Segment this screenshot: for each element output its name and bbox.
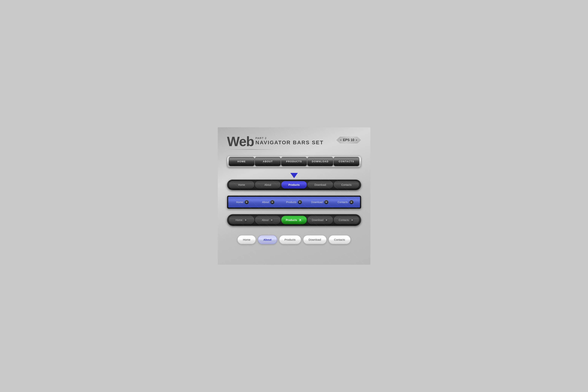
nav3-home-label: Home <box>236 201 243 204</box>
web-title: Web <box>227 135 254 148</box>
nav-section-1: HOME ABOUT PRODUCTS DOWNLOAD CONTACTS <box>227 156 361 167</box>
nav1-home[interactable]: HOME <box>229 157 255 166</box>
play-icon-about <box>270 200 274 204</box>
nav3-home[interactable]: Home <box>230 198 256 206</box>
header: Web PART 2 NAVIGATOR BARS SET ✕ EPS 10 ✕ <box>227 135 361 148</box>
nav4-about[interactable]: About <box>255 216 280 224</box>
nav3-about-label: About <box>262 201 269 204</box>
nav2-home[interactable]: Home <box>229 181 254 188</box>
nav-bar-5: Home About Products Download Contacts <box>227 231 361 248</box>
nav4-home-label: Home <box>236 218 242 222</box>
nav-bar-4: Home About Products Download Contacts <box>227 214 361 226</box>
nav4-play-products <box>298 218 302 222</box>
nav5-contacts[interactable]: Contacts <box>328 235 351 244</box>
play-icon-download <box>324 200 328 204</box>
nav3-download[interactable]: Download <box>307 198 332 206</box>
nav3-download-label: Download <box>311 201 323 204</box>
nav-section-3: Home About Products Download Contacts <box>227 196 361 209</box>
nav4-contacts[interactable]: Contacts <box>334 216 359 224</box>
nav5-download[interactable]: Download <box>303 235 327 244</box>
eps-icon: ✕ <box>340 139 342 142</box>
nav4-play-home <box>244 218 248 222</box>
nav1-download[interactable]: DOWNLOAD <box>307 157 333 166</box>
nav4-download-label: Download <box>312 218 323 222</box>
nav5-home[interactable]: Home <box>237 235 256 244</box>
header-right: PART 2 NAVIGATOR BARS SET <box>256 136 324 146</box>
play-icon-home <box>244 200 249 204</box>
nav2-download[interactable]: Download <box>308 181 333 188</box>
triangle-down-icon <box>290 173 298 178</box>
main-container: Web PART 2 NAVIGATOR BARS SET ✕ EPS 10 ✕… <box>218 127 370 265</box>
nav2-products[interactable]: Products <box>281 181 307 188</box>
nav3-contacts-label: Contacts <box>338 201 348 204</box>
nav1-about[interactable]: ABOUT <box>255 157 281 166</box>
header-underline <box>227 149 276 150</box>
nav4-play-download <box>324 218 328 222</box>
nav-section-5: Home About Products Download Contacts <box>227 231 361 248</box>
nav5-about[interactable]: About <box>258 235 277 244</box>
nav1-products[interactable]: PRODUCTS <box>281 157 307 166</box>
nav-bar-1: HOME ABOUT PRODUCTS DOWNLOAD CONTACTS <box>227 156 361 167</box>
nav1-contacts[interactable]: CONTACTS <box>334 157 360 166</box>
nav2-contacts[interactable]: Contacts <box>334 181 359 188</box>
nav3-contacts[interactable]: Contacts <box>332 198 358 206</box>
nav-section-4: Home About Products Download Contacts <box>227 214 361 226</box>
nav4-home[interactable]: Home <box>229 216 254 224</box>
triangle-indicator <box>227 173 361 178</box>
play-icon-products <box>298 200 302 204</box>
nav3-about[interactable]: About <box>256 198 281 206</box>
nav-bar-2: Home About Products Download Contacts <box>227 180 361 190</box>
nav-section-2: Home About Products Download Contacts <box>227 180 361 190</box>
play-icon-contacts <box>350 200 354 204</box>
part-label: PART 2 <box>256 136 324 140</box>
eps-icon-right: ✕ <box>356 139 358 142</box>
nav2-about[interactable]: About <box>255 181 280 188</box>
nav3-products[interactable]: Products <box>281 198 307 206</box>
nav4-play-about <box>270 218 274 222</box>
nav3-products-label: Products <box>286 201 296 204</box>
nav-bar-3-inner: Home About Products Download Contacts <box>228 197 360 208</box>
nav4-products-label: Products <box>286 218 297 222</box>
eps-badge: ✕ EPS 10 ✕ <box>336 136 361 144</box>
nav-bar-3: Home About Products Download Contacts <box>227 196 361 209</box>
eps-text: EPS 10 <box>343 138 354 142</box>
nav4-play-contacts <box>350 218 354 222</box>
nav5-products[interactable]: Products <box>279 235 301 244</box>
nav4-about-label: About <box>262 218 268 222</box>
nav4-products[interactable]: Products <box>281 216 307 224</box>
nav-bars-title: NAVIGATOR BARS SET <box>256 140 324 146</box>
nav4-contacts-label: Contacts <box>338 218 349 222</box>
nav4-download[interactable]: Download <box>308 216 333 224</box>
